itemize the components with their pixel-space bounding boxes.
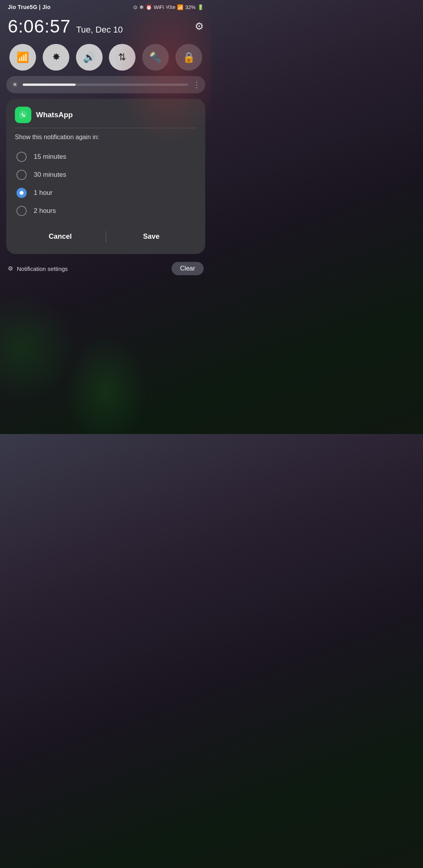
- notification-prompt: Show this notification again in:: [15, 134, 197, 141]
- sound-toggle-icon: 🔊: [83, 51, 96, 64]
- target-icon: ⊙: [133, 4, 137, 10]
- screen-lock-icon: 🔒: [183, 51, 195, 64]
- battery-icon: 🔋: [197, 4, 204, 10]
- option-2hours[interactable]: 2 hours: [15, 202, 197, 220]
- battery-text: 32%: [185, 4, 195, 10]
- brightness-slider[interactable]: [23, 84, 188, 86]
- notification-header: WhatsApp: [15, 107, 197, 128]
- wifi-status-icon: WiFi: [154, 4, 164, 10]
- carrier-text: Jio True5G | Jio: [8, 4, 51, 10]
- clock-time: 6:06:57: [8, 16, 70, 37]
- radio-30min[interactable]: [16, 170, 27, 180]
- notification-settings-row: ⚙ Notification settings Clear: [0, 260, 212, 278]
- clock-date: Tue, Dec 10: [76, 25, 123, 35]
- data-transfer-icon: ⇅: [118, 52, 126, 63]
- label-1hour: 1 hour: [34, 189, 52, 197]
- option-1hour[interactable]: 1 hour: [15, 184, 197, 202]
- bluetooth-status-icon: ✻: [139, 4, 144, 10]
- lte-icon: VOLte: [166, 5, 175, 9]
- notification-settings-left[interactable]: ⚙ Notification settings: [8, 265, 68, 272]
- radio-1hour[interactable]: [16, 188, 27, 198]
- radio-15min[interactable]: [16, 152, 27, 162]
- flashlight-toggle[interactable]: 🔦: [142, 44, 169, 71]
- dialog-buttons: Cancel Save: [15, 225, 197, 245]
- brightness-sun-icon: ☀: [12, 80, 18, 89]
- sound-toggle[interactable]: 🔊: [76, 44, 103, 71]
- label-30min: 30 minutes: [34, 171, 66, 179]
- cancel-button[interactable]: Cancel: [15, 228, 106, 245]
- option-30min[interactable]: 30 minutes: [15, 166, 197, 184]
- whatsapp-app-icon: [15, 107, 31, 123]
- radio-2hours[interactable]: [16, 206, 27, 216]
- wifi-toggle-icon: 📶: [16, 51, 29, 64]
- settings-cog-icon: ⚙: [8, 265, 13, 272]
- label-15min: 15 minutes: [34, 153, 66, 161]
- brightness-menu-icon[interactable]: ⋮: [193, 80, 200, 89]
- radio-options-group: 15 minutes 30 minutes 1 hour 2 hours: [15, 148, 197, 220]
- wifi-toggle[interactable]: 📶: [9, 44, 36, 71]
- brightness-row[interactable]: ☀ ⋮: [6, 76, 205, 93]
- notification-settings-label: Notification settings: [17, 265, 68, 272]
- label-2hours: 2 hours: [34, 207, 56, 215]
- status-bar: Jio True5G | Jio ⊙ ✻ ⏰ WiFi VOLte 📶 32% …: [0, 0, 212, 13]
- screen-lock-toggle[interactable]: 🔒: [175, 44, 202, 71]
- time-date-row: 6:06:57 Tue, Dec 10 ⚙: [0, 13, 212, 42]
- notification-card: WhatsApp Show this notification again in…: [6, 99, 205, 254]
- save-button[interactable]: Save: [106, 228, 197, 245]
- bluetooth-toggle[interactable]: ✸: [43, 44, 69, 71]
- settings-gear-icon[interactable]: ⚙: [195, 20, 204, 33]
- bluetooth-toggle-icon: ✸: [52, 52, 60, 62]
- flashlight-icon: 🔦: [149, 51, 162, 64]
- signal-icon: 📶: [177, 4, 183, 10]
- option-15min[interactable]: 15 minutes: [15, 148, 197, 166]
- data-transfer-toggle[interactable]: ⇅: [109, 44, 136, 71]
- status-icons: ⊙ ✻ ⏰ WiFi VOLte 📶 32% 🔋: [133, 4, 204, 10]
- clear-button[interactable]: Clear: [172, 262, 204, 275]
- quick-toggles-row: 📶 ✸ 🔊 ⇅ 🔦 🔒: [0, 42, 212, 74]
- app-name-label: WhatsApp: [36, 111, 73, 119]
- brightness-fill: [23, 84, 76, 86]
- alarm-icon: ⏰: [146, 4, 152, 10]
